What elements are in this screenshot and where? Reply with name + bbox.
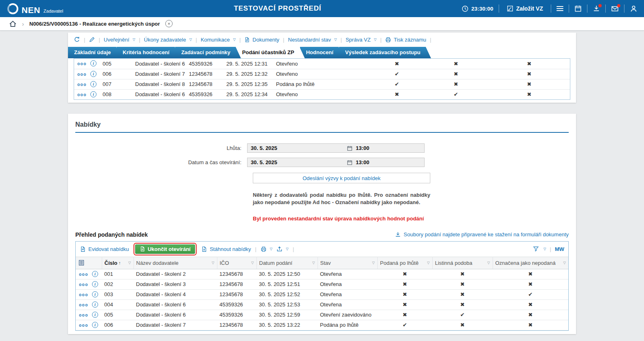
print-table-button[interactable]: ▽ <box>261 246 273 252</box>
filter-caret-icon[interactable]: ▽ <box>127 261 131 265</box>
breadcrumb-item[interactable]: N006/25/V00005136 - Realizace energetick… <box>29 21 160 27</box>
close-record-icon[interactable]: × <box>165 20 173 27</box>
toolbar-item-uverejneni[interactable]: Uveřejnění▽ <box>104 37 135 43</box>
filter-icon[interactable] <box>533 246 539 252</box>
downloads-icon[interactable] <box>593 5 600 12</box>
row-info-icon[interactable]: i <box>92 301 98 308</box>
column-header[interactable]: Listinná podoba▽ <box>432 257 493 269</box>
cross-icon: ✖ <box>493 299 568 310</box>
toolbar-item-komunikace[interactable]: Komunikace▽ <box>201 37 236 43</box>
row-menu-icon[interactable]: ooo <box>79 303 88 307</box>
column-header[interactable]: Název dodavatele▽ <box>134 257 217 269</box>
table-cell: Podána po lhůtě <box>318 320 377 330</box>
filter-caret-icon[interactable]: ▽ <box>250 261 254 265</box>
column-header[interactable]: Označena jako nepodaná▽ <box>493 257 568 269</box>
row-menu-icon[interactable]: ooo <box>79 323 88 328</box>
lhuta-time-input[interactable]: 13:00 <box>356 145 424 151</box>
table-cell: 29. 5. 2025 12:31 <box>224 59 274 69</box>
history-icon[interactable] <box>74 36 80 43</box>
toolbar-item-dokumenty[interactable]: Dokumenty <box>244 37 279 43</box>
filter-caret-icon[interactable]: ▽ <box>311 261 315 265</box>
row-menu-icon[interactable]: ooo <box>77 72 87 77</box>
row-info-icon[interactable]: i <box>90 71 96 77</box>
calendar-icon[interactable] <box>347 160 353 165</box>
table-cell: Dodavatel - školení 7 <box>134 320 217 330</box>
toolbar-item-ukony-zadavatele[interactable]: Úkony zadavatele▽ <box>144 37 192 43</box>
document-edit-icon <box>80 246 86 252</box>
column-settings-icon[interactable] <box>78 260 99 266</box>
evidovat-nabidku-button[interactable]: Evidovat nabídku <box>80 246 129 252</box>
row-menu-icon[interactable]: ooo <box>77 62 87 66</box>
caret-down-icon[interactable]: ▽ <box>543 247 546 251</box>
column-header[interactable]: Podaná po lhůtě▽ <box>377 257 432 269</box>
row-info-icon[interactable]: i <box>92 281 98 287</box>
tab-3[interactable]: Zadávací podmínky <box>175 47 241 58</box>
tab-6[interactable]: Výsledek zadávacího postupu <box>339 47 431 58</box>
view-selector-mw[interactable]: MW <box>555 246 564 252</box>
filter-caret-icon[interactable]: ▽ <box>210 261 215 265</box>
tab-5[interactable]: Hodnocení <box>300 47 344 58</box>
column-header[interactable]: Datum podání▽ <box>256 257 318 269</box>
toolbar-item-tisk-zaznamu[interactable]: Tisk záznamu <box>385 37 426 43</box>
check-icon: ✔ <box>432 310 493 320</box>
home-icon[interactable] <box>9 20 17 28</box>
column-header[interactable]: IČO▽ <box>217 257 256 269</box>
profile-icon[interactable] <box>630 5 637 13</box>
toolbar-item-nestandardni-stav[interactable]: Nestandardní stav▽ <box>288 37 337 43</box>
filter-caret-icon[interactable]: ▽ <box>425 261 430 265</box>
row-info-icon[interactable]: i <box>90 91 96 97</box>
calendar-icon[interactable] <box>347 145 353 151</box>
table-cell: 45359326 <box>217 310 256 320</box>
offers-table: Číslo↑▽Název dodavatele▽IČO▽Datum podání… <box>76 257 568 330</box>
toolbar-item-sprava-vz[interactable]: Správa VZ▽ <box>346 37 377 43</box>
tab-4[interactable]: Podání účastníků ZP <box>236 47 305 58</box>
download-submissions-link[interactable]: Soubory podání najdete připravené ke sta… <box>395 231 569 238</box>
table-cell: 006 <box>102 320 134 330</box>
menu-icon[interactable] <box>556 6 563 11</box>
filter-caret-icon[interactable]: ▽ <box>370 261 375 265</box>
filter-caret-icon[interactable]: ▽ <box>561 261 566 265</box>
messages-icon[interactable] <box>611 5 619 13</box>
filter-caret-icon[interactable]: ▽ <box>486 261 490 265</box>
column-header[interactable]: Stav▽ <box>318 257 377 269</box>
tab-2[interactable]: Kritéria hodnocení <box>116 47 180 58</box>
table-cell: Dodavatel - školení 6 <box>134 310 217 320</box>
row-info-icon[interactable]: i <box>90 81 96 87</box>
ukoncit-otevirani-button[interactable]: Ukončit otevírání <box>135 244 195 254</box>
table-cell: Dodavatel - školení 6 <box>133 59 186 69</box>
table-cell: 008 <box>100 89 133 99</box>
calendar-icon[interactable] <box>574 5 582 12</box>
row-info-icon[interactable]: i <box>92 322 98 328</box>
stahnout-nabidky-button[interactable]: Stáhnout nabídky <box>201 246 251 252</box>
divider: | <box>293 246 294 252</box>
table-cell: Otevřena <box>318 279 377 289</box>
environment-title: TESTOVACÍ PROSTŘEDÍ <box>94 4 462 13</box>
row-menu-icon[interactable]: ooo <box>79 282 88 287</box>
otevirani-date-input[interactable]: 30. 5. 2025 <box>248 159 347 165</box>
row-info-icon[interactable]: i <box>90 60 96 66</box>
row-menu-icon[interactable]: ooo <box>77 82 87 87</box>
table-cell: Otevření zaevidováno <box>318 310 377 320</box>
lhuta-date-input[interactable]: 30. 5. 2025 <box>248 145 347 151</box>
export-table-button[interactable]: ▽ <box>276 246 289 252</box>
table-cell: 45359326 <box>186 59 224 69</box>
tab-1[interactable]: Základní údaje <box>68 47 121 58</box>
row-info-icon[interactable]: i <box>92 312 98 318</box>
row-menu-icon[interactable]: ooo <box>79 313 88 317</box>
create-vz-button[interactable]: Založit VZ <box>504 5 545 12</box>
row-menu-icon[interactable]: ooo <box>77 92 87 97</box>
row-info-icon[interactable]: i <box>92 271 98 277</box>
row-info-icon[interactable]: i <box>92 291 98 297</box>
edit-icon[interactable] <box>89 37 95 43</box>
table-cell: 12345678 <box>186 79 224 89</box>
table-cell: 12345678 <box>217 289 256 299</box>
otevirani-time-input[interactable]: 13:00 <box>356 159 424 165</box>
row-menu-icon[interactable]: ooo <box>79 293 88 297</box>
nen-logo-group[interactable]: NEN Zadavatel <box>7 3 94 14</box>
lhuta-datetime-field: 30. 5. 2025 13:00 <box>247 143 425 153</box>
send-invitation-button[interactable]: Odeslání výzvy k podání nabídek <box>253 173 430 183</box>
row-menu-icon[interactable]: ooo <box>79 272 88 277</box>
column-header[interactable]: Číslo↑▽ <box>102 257 134 269</box>
notification-badge <box>617 4 620 7</box>
caret-down-icon: ▽ <box>133 37 136 42</box>
